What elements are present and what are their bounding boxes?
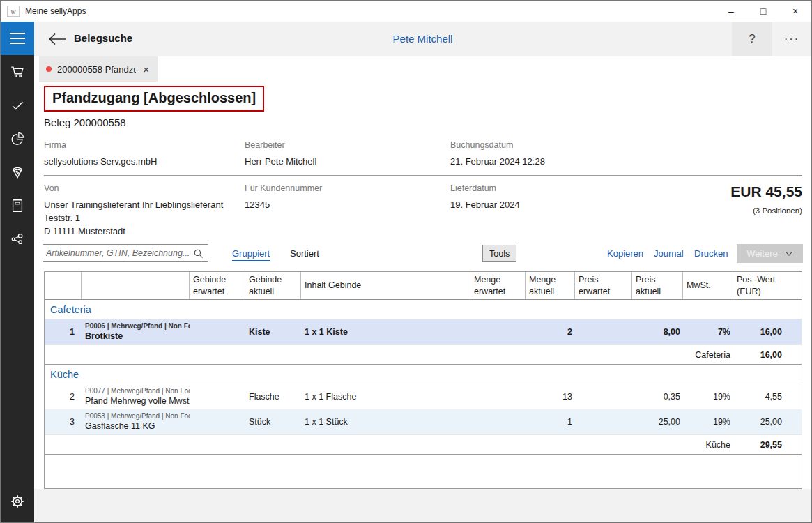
divider	[44, 175, 802, 176]
document-number: Beleg 200000558	[44, 116, 126, 128]
share-icon	[10, 232, 25, 247]
pie-chart-icon	[10, 131, 25, 146]
article-name: Pfand Mehrweg volle Mwst.	[85, 396, 190, 407]
cart-icon	[10, 64, 25, 79]
col-preis-erwartet: Preis erwartet	[575, 272, 632, 299]
hamburger-menu-button[interactable]	[1, 22, 34, 55]
sidebar-item-tasks[interactable]	[1, 89, 34, 122]
col-preis-aktuell: Preis aktuell	[632, 272, 683, 299]
article-code: P0053 | Mehrweg/Pfand | Non Food	[85, 412, 190, 420]
kopieren-link[interactable]: Kopieren	[607, 248, 643, 259]
sidebar-item-food[interactable]	[1, 156, 34, 189]
table-header: Gebinde erwartet Gebinde aktuell Inhalt …	[45, 272, 802, 300]
table-row[interactable]: 3 P0053 | Mehrweg/Pfand | Non Food Gasfl…	[45, 409, 802, 434]
col-menge-aktuell: Menge aktuell	[526, 272, 575, 299]
field-kundennummer: Für Kundennummer 12345	[245, 183, 322, 211]
search-box	[43, 244, 208, 262]
toggle-sortiert[interactable]: Sortiert	[290, 248, 319, 259]
book-icon	[10, 198, 25, 213]
field-von: Von Unser Trainingslieferant Ihr Lieblin…	[44, 183, 223, 238]
group-header-kueche: Küche	[45, 365, 802, 384]
article-code: P0077 | Mehrweg/Pfand | Non Food	[85, 387, 190, 395]
user-name: Pete Mitchell	[393, 33, 453, 45]
sidebar	[1, 22, 34, 522]
sidebar-item-cart[interactable]	[1, 55, 34, 89]
positions-count: (3 Positionen)	[730, 206, 802, 215]
field-firma: Firma sellysolutions Serv.ges.mbH	[44, 140, 157, 168]
bottom-strip	[34, 489, 811, 522]
tab-close-icon[interactable]: ×	[141, 63, 151, 75]
back-button[interactable]	[45, 31, 69, 47]
col-mwst: MwSt.	[683, 272, 733, 299]
toggle-gruppiert[interactable]: Gruppiert	[232, 248, 270, 262]
group-subtotal-kueche: Küche 29,55	[45, 434, 802, 455]
field-lieferdatum: Lieferdatum 19. Februar 2024	[450, 183, 520, 211]
field-buchungsdatum: Buchungsdatum 21. Februar 2024 12:28	[450, 140, 545, 168]
weitere-dropdown-button[interactable]: Weitere	[737, 244, 803, 263]
col-inhalt-gebinde: Inhalt Gebinde	[301, 272, 470, 299]
document-title: Pfandzugang [Abgeschlossen]	[44, 86, 264, 112]
app-icon: w	[7, 6, 20, 17]
checkmark-icon	[10, 98, 25, 113]
table-row[interactable]: 1 P0006 | Mehrweg/Pfand | Non Food Brotk…	[45, 319, 802, 344]
minimize-button[interactable]: –	[715, 1, 747, 22]
back-arrow-icon	[47, 32, 67, 46]
drucken-link[interactable]: Drucken	[694, 248, 728, 259]
sidebar-item-journal[interactable]	[1, 189, 34, 222]
close-window-button[interactable]: ×	[779, 1, 811, 22]
gear-icon	[10, 494, 25, 509]
maximize-button[interactable]: □	[747, 1, 779, 22]
document-total: EUR 45,55 (3 Positionen)	[730, 183, 802, 215]
tab-document[interactable]: 200000558 Pfandzu... ×	[39, 56, 158, 82]
sidebar-item-settings[interactable]	[1, 485, 34, 518]
nav-bar: Belegsuche Pete Mitchell ? ···	[34, 22, 811, 56]
table-row[interactable]: 2 P0077 | Mehrweg/Pfand | Non Food Pfand…	[45, 384, 802, 409]
col-gebinde-erwartet: Gebinde erwartet	[190, 272, 245, 299]
search-icon[interactable]	[193, 248, 204, 259]
journal-link[interactable]: Journal	[654, 248, 684, 259]
article-code: P0006 | Mehrweg/Pfand | Non Food	[85, 322, 190, 331]
more-options-button[interactable]: ···	[772, 22, 811, 56]
col-menge-erwartet: Menge erwartet	[470, 272, 526, 299]
total-amount: EUR 45,55	[730, 183, 802, 200]
hamburger-icon	[10, 33, 25, 34]
field-bearbeiter: Bearbeiter Herr Pete Mitchell	[245, 140, 316, 168]
tools-button[interactable]: Tools	[482, 245, 516, 262]
page-title: Belegsuche	[74, 32, 132, 44]
group-header-cafeteria: Cafeteria	[45, 300, 802, 319]
help-icon: ?	[749, 32, 755, 46]
search-input[interactable]	[43, 245, 193, 262]
tab-label: 200000558 Pfandzu...	[57, 64, 136, 75]
help-button[interactable]: ?	[732, 22, 772, 56]
chevron-down-icon	[785, 250, 793, 257]
sidebar-item-share[interactable]	[1, 222, 34, 256]
title-bar: w Meine sellyApps – □ ×	[1, 1, 811, 22]
document-view: Pfandzugang [Abgeschlossen] Beleg 200000…	[34, 82, 811, 522]
positions-table: Gebinde erwartet Gebinde aktuell Inhalt …	[44, 271, 802, 489]
col-pos-wert: Pos.-Wert (EUR)	[733, 272, 802, 299]
tab-bar: 200000558 Pfandzu... ×	[34, 56, 811, 82]
article-name: Brotkiste	[85, 331, 123, 342]
window-title: Meine sellyApps	[25, 6, 715, 16]
sidebar-item-statistics[interactable]	[1, 122, 34, 156]
red-status-dot	[46, 66, 52, 72]
article-name: Gasflasche 11 KG	[85, 421, 155, 432]
group-subtotal-cafeteria: Cafeteria 16,00	[45, 344, 802, 365]
col-gebinde-aktuell: Gebinde aktuell	[245, 272, 301, 299]
pizza-slice-icon	[10, 165, 25, 180]
more-icon: ···	[784, 33, 799, 45]
